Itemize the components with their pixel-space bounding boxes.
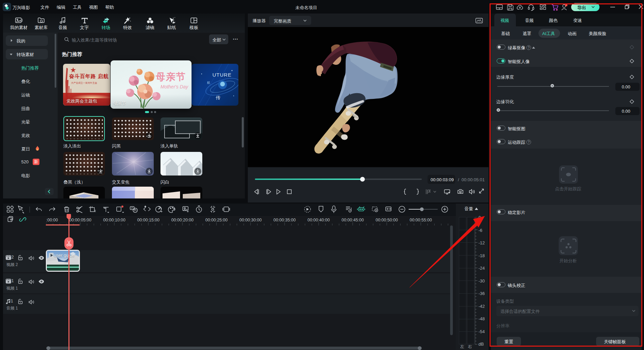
svg-text:00:00:15:00: 00:00:15:00 — [137, 218, 159, 222]
svg-text:00:00:45:00: 00:00:45:00 — [342, 218, 364, 222]
svg-text:00:00:35:00: 00:00:35:00 — [273, 218, 296, 222]
svg-text:00:00:50:00: 00:00:50:00 — [376, 218, 398, 222]
svg-text:00:00:25:00: 00:00:25:00 — [205, 218, 228, 222]
svg-text:00:00:40:00: 00:00:40:00 — [308, 218, 330, 222]
svg-text:00:00:30:00: 00:00:30:00 — [239, 218, 262, 222]
svg-text:00:00:10:00: 00:00:10:00 — [103, 218, 125, 222]
svg-text:00:00:05:00: 00:00:05:00 — [69, 218, 91, 222]
svg-text::00:00: :00:00 — [46, 218, 58, 222]
svg-text:00:00:20:00: 00:00:20:00 — [171, 218, 194, 222]
